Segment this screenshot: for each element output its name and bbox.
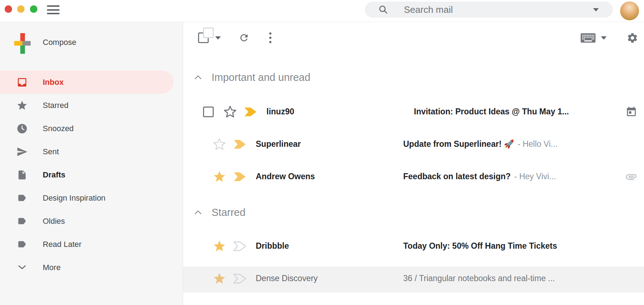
email-subject-wrap: Feedback on latest design?- Hey Vivi... bbox=[403, 172, 620, 181]
compose-plus-icon bbox=[14, 33, 31, 54]
sidebar-item-more[interactable]: More bbox=[0, 256, 183, 279]
zoom-window-button[interactable] bbox=[30, 5, 37, 13]
email-row[interactable]: Superlinear Update from Superlinear! 🚀- … bbox=[183, 128, 644, 160]
sidebar-item-label: Starred bbox=[43, 101, 68, 110]
email-sender: Dense Discovery bbox=[256, 274, 394, 283]
importance-marker-icon[interactable] bbox=[232, 139, 248, 149]
sidebar: Compose Inbox Starred Snoozed Sent bbox=[0, 22, 183, 305]
email-sender: linuz90 bbox=[266, 107, 405, 117]
email-snippet: - Hey Vivi... bbox=[514, 172, 556, 181]
email-subject-wrap: Update from Superlinear! 🚀- Hello Vi... bbox=[403, 139, 638, 149]
gmail-window: { "colors": { "accent_red": "#d93025", "… bbox=[0, 0, 644, 305]
row-checkbox[interactable] bbox=[203, 107, 214, 117]
topbar: Search mail bbox=[0, 0, 644, 22]
sidebar-item-label: Snoozed bbox=[43, 124, 74, 133]
email-row[interactable]: Dribbble Today Only: 50% Off Hang Time T… bbox=[183, 230, 644, 262]
close-window-button[interactable] bbox=[5, 5, 12, 13]
email-sender: Andrew Owens bbox=[256, 172, 394, 181]
importance-marker-icon[interactable] bbox=[232, 172, 248, 182]
refresh-button[interactable] bbox=[239, 32, 249, 43]
inbox-icon bbox=[16, 76, 28, 89]
sidebar-nav: Inbox Starred Snoozed Sent Drafts bbox=[0, 71, 183, 279]
sidebar-item-label: Inbox bbox=[43, 78, 64, 87]
email-row[interactable]: Andrew Owens Feedback on latest design?-… bbox=[183, 160, 644, 193]
sidebar-item-label: Design Inspiration bbox=[43, 193, 105, 203]
search-input[interactable]: Search mail bbox=[365, 2, 613, 17]
email-subject: 36 / Triangular notebooks and real-time … bbox=[403, 274, 555, 283]
sidebar-item-label: Drafts bbox=[43, 170, 66, 180]
search-options-caret-icon[interactable] bbox=[593, 8, 599, 11]
mail-list-pane: Important and unread linuz90 Invitation:… bbox=[183, 22, 644, 305]
sidebar-item-label: Read Later bbox=[43, 240, 82, 249]
sidebar-item-label: Oldies bbox=[43, 217, 65, 226]
collapse-section-icon[interactable] bbox=[194, 75, 202, 79]
compose-label: Compose bbox=[43, 38, 76, 47]
label-icon bbox=[16, 215, 28, 228]
sidebar-item-snoozed[interactable]: Snoozed bbox=[0, 117, 183, 140]
calendar-icon bbox=[624, 106, 638, 118]
clock-icon bbox=[16, 122, 28, 135]
section-title: Important and unread bbox=[212, 72, 310, 83]
email-subject-wrap: Today Only: 50% Off Hang Time Tickets bbox=[403, 241, 638, 251]
email-subject: Feedback on latest design? bbox=[403, 172, 511, 181]
sidebar-item-label: Sent bbox=[43, 147, 59, 156]
compose-button[interactable]: Compose bbox=[0, 33, 183, 54]
importance-marker-icon[interactable] bbox=[243, 107, 259, 117]
paperclip-icon bbox=[624, 170, 638, 183]
settings-button[interactable] bbox=[627, 32, 638, 44]
collapse-section-icon[interactable] bbox=[194, 210, 202, 214]
toolbar-right-group bbox=[580, 32, 638, 44]
email-subject: Today Only: 50% Off Hang Time Tickets bbox=[403, 241, 557, 250]
input-tools-caret-icon[interactable] bbox=[601, 36, 607, 40]
list-toolbar bbox=[183, 22, 644, 53]
email-row[interactable]: linuz90 Invitation: Product Ideas @ Thu … bbox=[183, 95, 644, 128]
email-snippet: - Hello Vi... bbox=[518, 139, 557, 149]
sidebar-item-drafts[interactable]: Drafts bbox=[0, 163, 183, 186]
send-icon bbox=[16, 145, 28, 158]
star-icon[interactable] bbox=[213, 272, 226, 285]
sidebar-item-sent[interactable]: Sent bbox=[0, 140, 183, 163]
gear-icon bbox=[627, 32, 638, 44]
email-sender: Superlinear bbox=[256, 139, 394, 149]
email-subject: Update from Superlinear! 🚀 bbox=[403, 139, 514, 149]
sidebar-item-oldies[interactable]: Oldies bbox=[0, 210, 183, 233]
sidebar-item-inbox[interactable]: Inbox bbox=[0, 71, 173, 94]
keyboard-icon[interactable] bbox=[580, 33, 596, 43]
email-sender: Dribbble bbox=[256, 241, 394, 251]
sidebar-item-design-inspiration[interactable]: Design Inspiration bbox=[0, 186, 183, 210]
star-icon[interactable] bbox=[213, 170, 226, 183]
section-title: Starred bbox=[212, 207, 245, 218]
sidebar-item-starred[interactable]: Starred bbox=[0, 94, 183, 117]
email-subject: Invitation: Product Ideas @ Thu May 1... bbox=[414, 107, 569, 116]
user-avatar[interactable] bbox=[620, 1, 639, 20]
star-icon[interactable] bbox=[223, 105, 237, 119]
search-placeholder: Search mail bbox=[404, 4, 453, 15]
sidebar-item-label: More bbox=[43, 263, 61, 272]
chevron-down-icon bbox=[16, 261, 28, 274]
importance-marker-icon[interactable] bbox=[232, 274, 248, 284]
star-icon[interactable] bbox=[213, 239, 226, 253]
more-options-button[interactable] bbox=[269, 32, 271, 43]
email-subject-wrap: 36 / Triangular notebooks and real-time … bbox=[403, 274, 638, 283]
search-icon bbox=[378, 5, 388, 15]
star-icon bbox=[16, 99, 28, 112]
minimize-window-button[interactable] bbox=[17, 5, 25, 13]
section-header-starred: Starred bbox=[194, 204, 644, 221]
label-icon bbox=[16, 192, 28, 205]
section-header-important: Important and unread bbox=[194, 69, 644, 86]
star-icon[interactable] bbox=[213, 138, 226, 151]
importance-marker-icon[interactable] bbox=[232, 241, 248, 251]
row-checkbox[interactable] bbox=[203, 27, 214, 38]
refresh-icon bbox=[239, 32, 249, 43]
main-menu-icon[interactable] bbox=[47, 5, 59, 15]
email-subject-wrap: Invitation: Product Ideas @ Thu May 1... bbox=[414, 107, 620, 117]
select-options-caret-icon[interactable] bbox=[215, 36, 221, 40]
label-icon bbox=[16, 238, 28, 251]
draft-icon bbox=[16, 169, 28, 181]
email-row[interactable]: Dense Discovery 36 / Triangular notebook… bbox=[183, 262, 644, 295]
sidebar-item-read-later[interactable]: Read Later bbox=[0, 233, 183, 256]
